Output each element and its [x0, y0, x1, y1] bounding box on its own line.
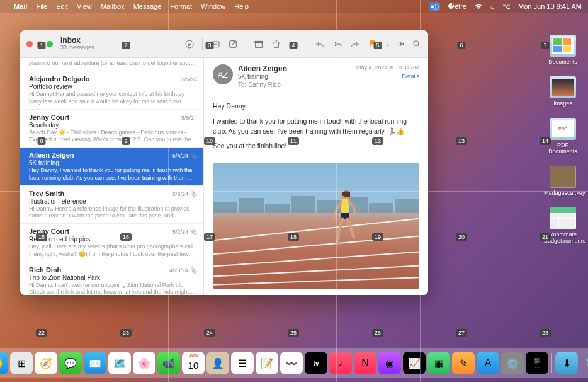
dock-calendar[interactable]: JUN10 [182, 352, 205, 374]
menu-view[interactable]: View [77, 3, 92, 10]
dock-reminders[interactable]: ☰ [231, 352, 254, 374]
filter-icon[interactable] [184, 39, 195, 49]
forward-icon[interactable] [350, 39, 360, 49]
menubar: Mail File Edit View Mailbox Message Form… [0, 0, 588, 13]
message-row[interactable]: planning our next adventure (or at least… [20, 58, 203, 71]
more-icon[interactable]: ≫ [398, 40, 404, 47]
grid-marker: 25 [288, 329, 299, 337]
dock-news[interactable]: N [354, 352, 376, 374]
svg-point-6 [414, 40, 419, 45]
desktop-item-images[interactable]: Images [550, 76, 576, 107]
close-button[interactable] [26, 41, 33, 47]
grid-marker: 28 [540, 329, 551, 337]
separator [307, 38, 307, 50]
mailbox-count: 33 messages [60, 45, 94, 51]
message-row[interactable]: Rich Dinh4/28/24📎Trip to Zion National P… [20, 262, 203, 295]
dock-finder[interactable]: 🙂 [0, 352, 8, 374]
menu-mailbox[interactable]: Mailbox [101, 3, 125, 10]
new-message-icon[interactable] [228, 39, 238, 49]
dock-phone-mirror[interactable]: 📱 [526, 352, 548, 374]
siri-icon[interactable]: ●)) [429, 2, 440, 11]
menu-edit[interactable]: Edit [56, 3, 68, 10]
dock-downloads[interactable]: ⬇ [555, 352, 578, 374]
dock-podcasts[interactable]: ◉ [378, 352, 401, 374]
message-view: AZ Aileen Zeigen 5K training To: Danny R… [204, 58, 428, 295]
mail-window: Inbox 33 messages ⌄ ≫ planning our next … [20, 30, 428, 295]
desktop-icons: DocumentsImagesPDFPDF DocumentsMadagasca… [544, 35, 582, 244]
control-center-icon[interactable]: ⌥ [502, 3, 511, 11]
dock: 🙂⊞🧭💬✉️🗺️🌸📹JUN10👤☰📝〰️tv♪N◉📈▦✎A⚙️📱⬇🗑️ [0, 348, 588, 378]
svg-rect-5 [291, 42, 297, 47]
dock-appstore[interactable]: A [477, 352, 499, 374]
dock-maps[interactable]: 🗺️ [108, 352, 131, 374]
separator [202, 38, 203, 50]
svg-rect-1 [212, 42, 219, 47]
desktop-item-roommate-budget-numbers[interactable]: Roommate Budget.numbers [544, 207, 582, 244]
dock-trash[interactable]: 🗑️ [580, 352, 588, 374]
svg-point-0 [186, 40, 193, 48]
details-link[interactable]: Details [356, 73, 419, 79]
flag-icon[interactable] [368, 39, 378, 49]
grid-marker: 20 [456, 233, 467, 241]
window-controls [26, 41, 53, 47]
dock-separator [551, 353, 552, 373]
mailbox-title: Inbox 33 messages [60, 37, 94, 51]
grid-marker: 23 [120, 329, 132, 337]
desktop-item-pdf-documents[interactable]: PDFPDF Documents [544, 118, 582, 154]
message-list[interactable]: planning our next adventure (or at least… [20, 58, 204, 295]
menu-window[interactable]: Window [201, 3, 225, 10]
dock-music[interactable]: ♪ [329, 352, 352, 374]
search-icon[interactable] [412, 39, 422, 49]
grid-marker: 26 [372, 329, 383, 337]
grid-marker: 13 [456, 137, 467, 145]
menu-format[interactable]: Format [170, 3, 192, 10]
reply-all-icon[interactable] [332, 39, 342, 49]
flag-chevron-icon[interactable]: ⌄ [385, 41, 390, 47]
junk-icon[interactable] [289, 39, 299, 49]
dock-numbers[interactable]: ▦ [427, 352, 450, 374]
dock-messages[interactable]: 💬 [59, 352, 82, 374]
datetime[interactable]: Mon Jun 10 9:41 AM [518, 3, 582, 10]
grid-marker: 27 [456, 329, 467, 337]
wifi-icon[interactable]: �être [448, 3, 466, 11]
svg-rect-4 [255, 41, 263, 42]
message-row[interactable]: Jenny Court5/2/24📎Reunion road trip pics… [20, 224, 203, 262]
reply-icon[interactable] [315, 39, 325, 49]
dock-facetime[interactable]: 📹 [157, 352, 180, 374]
avatar: AZ [213, 64, 233, 84]
trash-icon[interactable] [271, 39, 281, 49]
grid-marker: 6 [457, 42, 465, 49]
desktop-item-documents[interactable]: Documents [548, 35, 577, 65]
dock-contacts[interactable]: 👤 [206, 352, 229, 374]
dock-tv[interactable]: tv [305, 352, 327, 374]
from-name: Aileen Zeigen [238, 64, 351, 73]
separator [246, 38, 246, 50]
dock-photos[interactable]: 🌸 [133, 352, 155, 374]
dock-stocks[interactable]: 📈 [403, 352, 426, 374]
message-row[interactable]: Trev Smith5/3/24📎Illustration referenceH… [20, 186, 203, 224]
dock-launchpad[interactable]: ⊞ [10, 352, 33, 374]
attachment-image[interactable] [213, 163, 419, 289]
zoom-button[interactable] [47, 41, 53, 47]
message-row[interactable]: Jenny Court5/5/24Beach dayBeach Day ☀️ -… [20, 110, 203, 148]
menu-file[interactable]: File [36, 3, 47, 10]
archive-icon[interactable] [254, 39, 264, 49]
search-icon[interactable]: ⌕ [490, 3, 495, 10]
timestamp: May 4, 2024 at 10:04 AM [356, 64, 419, 71]
dock-mail[interactable]: ✉️ [84, 352, 106, 374]
dock-safari[interactable]: 🧭 [35, 352, 57, 374]
desktop-item-madagascar-key[interactable]: Madagascar.key [544, 166, 582, 196]
menu-app[interactable]: Mail [14, 3, 27, 10]
compose-icon[interactable] [210, 39, 220, 49]
dock-freeform[interactable]: 〰️ [280, 352, 303, 374]
dock-settings[interactable]: ⚙️ [501, 352, 524, 374]
grid-marker: 22 [36, 329, 47, 337]
dock-notes[interactable]: 📝 [256, 352, 278, 374]
dock-pages[interactable]: ✎ [452, 352, 475, 374]
wifi-icon[interactable] [474, 3, 483, 10]
message-row[interactable]: Alejandra Delgado5/5/24Portfolio reviewH… [20, 71, 203, 110]
menu-message[interactable]: Message [133, 3, 162, 10]
minimize-button[interactable] [37, 41, 43, 47]
message-row[interactable]: Aileen Zeigen5/4/24📎5K trainingHey Danny… [20, 148, 203, 186]
menu-help[interactable]: Help [234, 3, 249, 10]
